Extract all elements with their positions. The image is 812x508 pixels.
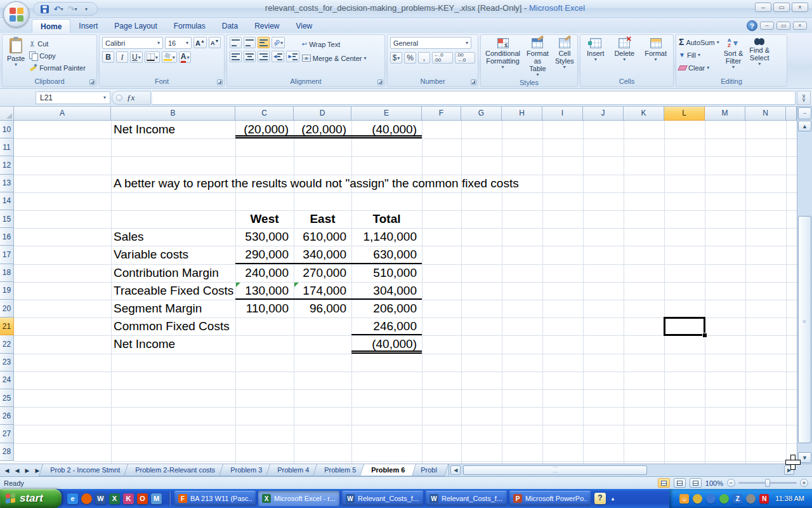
cell-B21[interactable]: Common Fixed Costs <box>111 318 235 335</box>
row-header-23[interactable]: 23 <box>0 354 14 371</box>
column-header-L[interactable]: L <box>664 107 705 121</box>
clipboard-dialog-launcher[interactable] <box>89 79 95 85</box>
cell-styles-button[interactable]: Cell Styles ▾ <box>553 37 576 78</box>
cell-E18[interactable]: 510,000 <box>351 264 422 282</box>
horizontal-scroll-thumb[interactable] <box>463 465 647 475</box>
cell-D20[interactable]: 96,000 <box>294 300 351 318</box>
number-format-dropdown-icon[interactable]: ▾ <box>466 41 468 45</box>
cell-D17[interactable]: 340,000 <box>294 246 351 264</box>
row-header-10[interactable]: 10 <box>0 121 14 138</box>
taskbar-task[interactable]: XMicrosoft Excel - r... <box>258 491 339 506</box>
delete-cells-button[interactable]: Delete ▾ <box>612 37 636 77</box>
row-header-25[interactable]: 25 <box>0 389 14 407</box>
cell-E17[interactable]: 630,000 <box>351 246 422 264</box>
row-header-17[interactable]: 17 <box>0 246 14 264</box>
help-button[interactable]: ? <box>747 20 757 31</box>
sheet-tab-4[interactable]: Problem 4 <box>266 464 320 476</box>
insert-function-button[interactable]: ƒx <box>112 91 151 105</box>
fat-dropdown-icon[interactable]: ▾ <box>536 72 539 77</box>
comma-style-button[interactable]: , <box>418 52 430 64</box>
collapse-tray-icon[interactable]: ▴ <box>608 493 617 504</box>
cell-D16[interactable]: 610,000 <box>294 228 351 246</box>
column-header-F[interactable]: F <box>422 107 461 121</box>
insert-cells-button[interactable]: Insert ▾ <box>585 37 606 77</box>
top-align-button[interactable] <box>230 37 242 48</box>
save-button[interactable] <box>39 3 50 15</box>
zoom-in-button[interactable]: + <box>800 479 808 487</box>
scroll-up-button[interactable]: ▲ <box>798 121 811 131</box>
zoom-track[interactable] <box>738 482 797 484</box>
normal-view-button[interactable] <box>658 478 670 488</box>
row-header-14[interactable]: 14 <box>0 192 14 210</box>
cell-C19[interactable]: 130,000 <box>235 282 294 300</box>
select-all-corner[interactable] <box>0 107 14 121</box>
excel-icon[interactable]: X <box>109 493 120 504</box>
cell-D15[interactable]: East <box>294 210 351 228</box>
zoom-out-button[interactable]: − <box>727 479 735 487</box>
vertical-scroll-thumb[interactable] <box>798 216 811 443</box>
decrease-indent-button[interactable]: ◀ <box>272 51 284 62</box>
cell-C20[interactable]: 110,000 <box>235 300 294 318</box>
close-button[interactable]: × <box>792 3 808 12</box>
column-header-I[interactable]: I <box>542 107 583 121</box>
workbook-close-button[interactable]: × <box>793 22 807 30</box>
font-name-dropdown-icon[interactable]: ▾ <box>157 41 160 45</box>
cell-E10[interactable]: (40,000) <box>351 121 422 138</box>
clear-button[interactable]: Clear▾ <box>679 62 719 73</box>
row-header-26[interactable]: 26 <box>0 407 14 425</box>
column-header-D[interactable]: D <box>294 107 351 121</box>
row-header-24[interactable]: 24 <box>0 371 14 389</box>
row-header-21[interactable]: 21 <box>0 318 14 335</box>
cell-C15[interactable]: West <box>235 210 294 228</box>
grow-font-button[interactable]: A▲ <box>193 37 207 48</box>
zoom-level[interactable]: 100% <box>705 479 723 487</box>
cell-C16[interactable]: 530,000 <box>235 228 294 246</box>
sheet-tab-2[interactable]: Problem 2-Relevant costs <box>124 464 226 476</box>
zoom-thumb[interactable] <box>765 479 770 487</box>
insert-dropdown-icon[interactable]: ▾ <box>594 57 597 62</box>
bold-button[interactable]: B <box>102 51 114 63</box>
italic-button[interactable]: I <box>116 51 128 63</box>
row-header-15[interactable]: 15 <box>0 210 14 228</box>
cell-C18[interactable]: 240,000 <box>235 264 294 282</box>
selected-cell-L21[interactable] <box>664 317 705 336</box>
column-header-J[interactable]: J <box>583 107 624 121</box>
key-icon[interactable]: K <box>123 493 134 504</box>
horizontal-scrollbar[interactable]: ◀ ▶ <box>449 464 812 476</box>
sort-filter-button[interactable]: AZ▼ Sort & Filter ▾ <box>722 37 745 77</box>
sheet-tab-3[interactable]: Problem 3 <box>219 464 273 476</box>
column-header-M[interactable]: M <box>705 107 745 121</box>
font-color-dropdown-icon[interactable]: ▾ <box>187 55 189 60</box>
redo-dropdown-icon[interactable]: ▾ <box>74 7 77 11</box>
restore-button[interactable]: ▭ <box>773 3 790 12</box>
cell-C10[interactable]: (20,000) <box>235 121 294 138</box>
column-header-G[interactable]: G <box>461 107 502 121</box>
middle-align-button[interactable] <box>244 37 256 48</box>
format-dropdown-icon[interactable]: ▾ <box>655 57 657 62</box>
row-header-11[interactable]: 11 <box>0 138 14 156</box>
cut-button[interactable]: ✂Cut <box>29 38 86 49</box>
autosum-button[interactable]: ΣAutoSum▾ <box>679 37 719 48</box>
tab-view[interactable]: View <box>287 19 320 33</box>
column-header-A[interactable]: A <box>14 107 111 121</box>
vertical-scrollbar[interactable]: ⎯ ▲ ▼ <box>797 107 812 464</box>
firefox-icon[interactable] <box>81 493 92 504</box>
help-tray-button[interactable]: ? <box>594 493 606 504</box>
align-center-button[interactable] <box>244 51 256 62</box>
tray-icon-z[interactable]: Z <box>733 494 742 504</box>
find-dropdown-icon[interactable]: ▾ <box>758 62 761 66</box>
tray-icon-cam[interactable] <box>746 494 756 504</box>
tab-page-layout[interactable]: Page Layout <box>106 19 165 33</box>
cell-C17[interactable]: 290,000 <box>235 246 294 264</box>
tray-icon-green[interactable] <box>719 494 729 504</box>
redo-button[interactable]: ↷▾ <box>67 3 78 15</box>
page-break-view-button[interactable] <box>690 478 702 488</box>
tray-icon-smiley[interactable]: ☺ <box>679 494 689 504</box>
decrease-decimal-button[interactable]: .00 →.0 <box>455 52 476 64</box>
messenger-icon[interactable]: M <box>151 493 162 504</box>
cell-E21[interactable]: 246,000 <box>351 318 422 335</box>
increase-indent-button[interactable]: ▶ <box>286 51 299 62</box>
page-layout-view-button[interactable] <box>674 478 686 488</box>
split-handle[interactable]: ⎯ <box>798 107 811 119</box>
outlook-icon[interactable]: O <box>137 493 148 504</box>
